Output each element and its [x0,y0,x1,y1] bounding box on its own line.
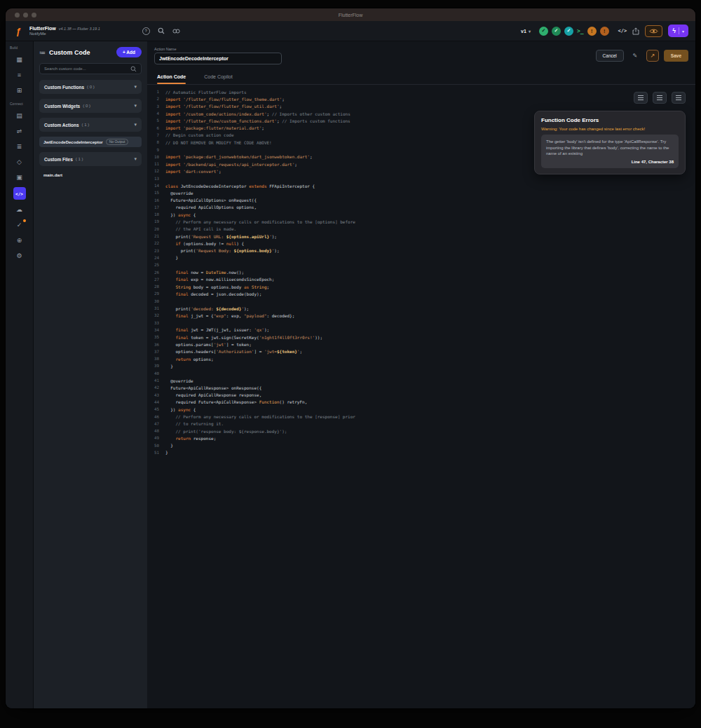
custom-code-item-jwtencodedecodeinterceptor[interactable]: JwtEncodeDecodeInterceptorNo Output [39,137,142,147]
view-code-icon[interactable]: </> [618,28,627,34]
toggle-outline-icon-button[interactable] [672,92,686,104]
code-line[interactable]: 19 // Perform any necessary calls or mod… [147,218,695,225]
line-number: 50 [147,444,165,448]
code-line[interactable]: 17 required ApiCallOptions options, [147,204,695,211]
tab-action-code[interactable]: Action Code [157,69,186,84]
action-name-input[interactable] [154,53,282,64]
custom-code-item-main-dart[interactable]: main.dart [39,171,142,179]
code-line[interactable]: 33 [147,320,695,327]
code-line[interactable]: 3import '/flutter_flow/flutter_flow_util… [147,103,695,110]
terminal-status-icon[interactable]: >_ [577,27,584,36]
window-minimize-button[interactable] [23,13,28,18]
section-count: ( 0 ) [87,85,131,89]
add-custom-code-button[interactable]: + Add [116,47,142,57]
settings-icon[interactable]: ⚙ [13,250,26,261]
search-box[interactable] [39,63,142,74]
code-line[interactable]: 38 return options; [147,355,695,362]
window-zoom-button[interactable] [32,13,36,18]
code-line[interactable]: 21 print('Request URL: ${options.apiUrl}… [147,233,695,240]
tab-code-copilot[interactable]: Code Copilot [204,69,232,84]
media-assets-icon[interactable]: ▣ [13,172,26,183]
version-selector[interactable]: v1 ▾ [521,29,531,34]
localization-icon[interactable]: ⊕ [13,235,26,246]
code-line[interactable]: 43 required ApiCallResponse response, [147,391,695,398]
error-item[interactable]: The getter 'body' isn't defined for the … [541,135,679,168]
code-editor[interactable]: 1// Automatic FlutterFlow imports2import… [147,85,695,708]
code-line[interactable]: 24 } [147,254,695,261]
pages-icon[interactable]: ▦ [13,54,26,65]
testing-icon[interactable]: ✓ [13,219,26,231]
widget-tree-icon[interactable]: ≡ [13,69,26,81]
line-number: 47 [147,422,165,426]
code-line[interactable]: 50 } [147,442,695,449]
code-line[interactable]: 23 print('Request Body: ${options.body}'… [147,247,695,254]
database-icon[interactable]: ▤ [13,110,26,121]
code-line[interactable]: 30 [147,298,695,305]
code-line[interactable]: 35 final token = jwt.sign(SecretKey('n1g… [147,334,695,341]
section-custom-widgets[interactable]: Custom Widgets( 0 )▾ [39,99,142,113]
share-icon[interactable] [632,27,639,35]
code-line[interactable]: 48 // print('response body: ${response.b… [147,427,695,434]
code-line[interactable]: 29 final decoded = json.decode(body); [147,290,695,297]
code-line[interactable]: 49 return response; [147,434,695,441]
preview-toggle-button[interactable] [645,25,662,37]
code-line[interactable]: 28 String body = options.body as String; [147,283,695,290]
code-line[interactable]: 51} [147,449,695,456]
deploy-status-icon[interactable]: ✓ [564,27,573,36]
data-types-icon[interactable]: ◇ [13,156,26,167]
code-line[interactable]: 32 final j_jwt = {"exp": exp, "payload":… [147,312,695,319]
code-line[interactable]: 18 }) async { [147,211,695,218]
code-line[interactable]: 36 options.params['jwt'] = token; [147,341,695,348]
code-line[interactable]: 16 Future<ApiCallOptions> onRequest({ [147,196,695,203]
format-code-icon-button[interactable] [653,92,667,104]
run-button[interactable]: ϟ ▾ [668,25,688,37]
code-line[interactable]: 2import '/flutter_flow/flutter_flow_them… [147,95,695,102]
custom-code-icon[interactable]: </> [13,187,26,200]
section-custom-files[interactable]: Custom Files( 1 )▾ [39,152,142,166]
code-line[interactable]: 31 print('decoded: ${decoded}'); [147,305,695,312]
line-number: 23 [147,249,165,253]
app-values-icon[interactable]: ≣ [13,141,26,152]
code-line[interactable]: 20 // the API call is made. [147,226,695,233]
code-line[interactable]: 25 [147,261,695,268]
code-line[interactable]: 47 // to returning it. [147,420,695,427]
expand-editor-icon-button[interactable]: ↗ [646,50,659,62]
tests-alert-icon[interactable]: ! [600,27,609,36]
copy-link-icon[interactable] [172,28,180,34]
cloud-functions-icon[interactable]: ☁ [13,204,26,215]
save-button[interactable]: Save [664,50,688,62]
api-calls-icon[interactable]: ⇌ [13,125,26,137]
chevron-down-icon: ▾ [529,29,531,34]
code-line[interactable]: 39 } [147,362,695,369]
code-line[interactable]: 22 if (options.body != null) { [147,240,695,247]
window-close-button[interactable] [15,13,20,18]
account-alert-icon[interactable]: ! [587,27,597,36]
code-line[interactable]: 27 final exp = now.millisecondsSinceEpoc… [147,276,695,283]
code-line[interactable]: 41 @override [147,377,695,384]
copy-code-icon-button[interactable]: ✎ [629,50,641,62]
app-version: v4.1.38 — Flutter 3.19.1 [59,27,100,31]
code-line[interactable]: 45 }) async { [147,406,695,413]
help-icon[interactable]: ? [142,27,150,35]
code-line[interactable]: 1// Automatic FlutterFlow imports [147,88,695,95]
checks-passed-icon[interactable]: ✓ [539,27,548,36]
code-line[interactable]: 34 final jwt = JWT(j_jwt, issuer: 'qx'); [147,327,695,334]
code-line[interactable]: 40 [147,370,695,377]
search-icon[interactable] [158,27,165,34]
cancel-button[interactable]: Cancel [596,50,624,62]
section-custom-actions[interactable]: Custom Actions( 1 )▾ [39,118,142,132]
line-text: import 'package:flutter/material.dart'; [165,125,264,130]
collapse-all-icon-button[interactable] [634,92,648,104]
section-custom-functions[interactable]: Custom Functions( 0 )▾ [39,80,142,94]
code-line[interactable]: 37 options.headers['Authorization'] = 'j… [147,348,695,355]
code-line[interactable]: 14class JwtEncodeDecodeInterceptor exten… [147,182,695,189]
storyboard-icon[interactable]: ⊞ [13,85,26,96]
code-line[interactable]: 46 // Perform any necessary calls or mod… [147,413,695,420]
code-line[interactable]: 13 [147,175,695,182]
code-line[interactable]: 44 required Future<ApiCallResponse> Func… [147,399,695,406]
search-custom-code-input[interactable] [44,67,128,71]
code-line[interactable]: 26 final now = DateTime.now(); [147,268,695,275]
branch-status-icon[interactable]: ✓ [552,27,561,36]
code-line[interactable]: 15 @override [147,189,695,196]
code-line[interactable]: 42 Future<ApiCallResponse> onResponse({ [147,384,695,391]
